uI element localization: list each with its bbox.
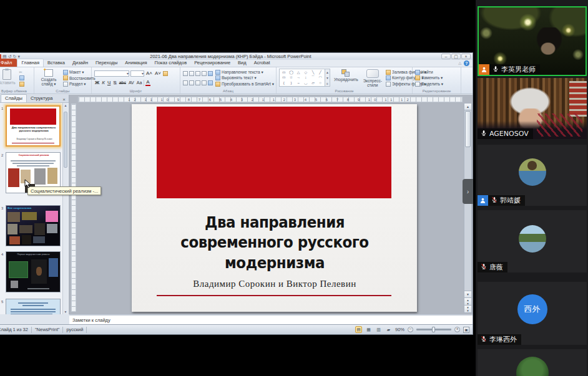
tab-file[interactable]: Файл (0, 59, 17, 67)
reading-view-button[interactable]: ▥ (375, 326, 382, 333)
align-right-icon[interactable] (195, 80, 200, 85)
zoom-out-button[interactable]: − (408, 327, 413, 332)
align-center-icon[interactable] (189, 80, 194, 85)
slide-canvas[interactable]: Два направления современного русского мо… (132, 104, 417, 312)
slide-number: 4 (1, 253, 3, 256)
underline-button[interactable]: Ч (107, 80, 111, 86)
font-size-combo[interactable] (130, 70, 144, 77)
grow-font-button[interactable]: A˄ (145, 70, 153, 77)
horizontal-ruler[interactable]: 12 11 10 9 8 7 6 5 4 3 2 1 1 2 3 4 5 6 7… (78, 97, 463, 102)
thumbnail-slide-4[interactable]: Первые модернистские романы (6, 251, 61, 292)
shrink-font-button[interactable]: A˅ (154, 70, 162, 77)
increase-indent-icon[interactable] (202, 71, 207, 76)
zoom-slider[interactable] (416, 329, 451, 330)
change-case-button[interactable]: Aa (136, 80, 143, 86)
thumbnail-slide-1[interactable]: Два направления современного русского мо… (6, 105, 61, 147)
arrange-button[interactable]: Упорядочить (333, 69, 360, 88)
slide-red-banner[interactable] (157, 107, 391, 198)
next-slide-button[interactable]: ▼▼ (464, 305, 471, 312)
select-button[interactable]: Выделить ▾ (415, 82, 443, 87)
section-button[interactable]: Раздел ▾ (63, 82, 96, 87)
close-button[interactable]: × (461, 54, 471, 59)
slide-title[interactable]: Два направления современного русского мо… (153, 212, 396, 274)
notes-pane[interactable]: Заметки к слайду (69, 314, 473, 324)
bullets-icon[interactable] (183, 71, 188, 76)
align-text-icon (215, 75, 220, 80)
zoom-in-button[interactable]: + (454, 327, 460, 332)
tab-review[interactable]: Рецензирование (190, 59, 234, 67)
language-indicator[interactable]: русский (66, 327, 83, 332)
format-painter-button[interactable] (19, 82, 24, 87)
bold-button[interactable]: Ж (94, 80, 100, 86)
close-panel-icon[interactable]: × (59, 97, 69, 102)
theme-name[interactable]: "NewsPrint" (35, 327, 60, 332)
thumbnails-scrollbar[interactable]: ▲ ▼ (62, 103, 68, 314)
normal-view-button[interactable]: ▤ (355, 326, 362, 333)
tab-animations[interactable]: Анимация (121, 59, 150, 67)
find-button[interactable]: Найти (415, 70, 443, 75)
thumbnail-slide-5[interactable] (6, 299, 61, 314)
thumbnail-slide-3[interactable]: Вне соцреализма (6, 205, 61, 246)
participant-tile-5[interactable]: 西外 李琳西外 (478, 282, 587, 345)
tab-view[interactable]: Вид (234, 59, 250, 67)
scroll-down-icon[interactable]: ▼ (464, 291, 471, 297)
shapes-gallery-scroll[interactable]: ▲▼≡ (325, 69, 330, 87)
slide-sorter-view-button[interactable]: ▦ (365, 326, 372, 333)
quick-styles-button[interactable]: Экспресс-стили (362, 69, 383, 88)
decrease-indent-icon[interactable] (195, 71, 200, 76)
replace-button[interactable]: Заменить ▾ (415, 75, 443, 80)
align-text-button[interactable]: Выровнять текст ▾ (215, 75, 274, 80)
tab-slides-thumbnails[interactable]: Слайды (1, 94, 27, 102)
numbering-icon[interactable] (189, 71, 194, 76)
tab-outline[interactable]: Структура (27, 95, 57, 102)
tab-acrobat[interactable]: Acrobat (250, 59, 274, 67)
scroll-up-icon[interactable]: ▲ (464, 104, 471, 110)
video-panel-expand-button[interactable]: › (463, 179, 473, 204)
reset-button[interactable]: Восстановить (63, 75, 96, 80)
restore-button[interactable]: ▢ (451, 54, 461, 59)
participant-tile-1[interactable]: 李英男老师 (478, 6, 587, 76)
line-spacing-icon[interactable] (208, 71, 213, 76)
scrollbar-thumb[interactable] (465, 111, 471, 147)
fit-to-window-button[interactable]: ▣ (463, 327, 469, 333)
vertical-ruler[interactable] (71, 104, 76, 312)
tab-design[interactable]: Дизайн (69, 59, 92, 67)
cut-button[interactable]: ✂ (19, 70, 24, 75)
align-left-icon[interactable] (183, 80, 188, 85)
ribbon-tab-row: Файл Главная Вставка Дизайн Переходы Ани… (0, 60, 473, 67)
thumb2-image (47, 168, 57, 184)
tab-insert[interactable]: Вставка (44, 59, 69, 67)
layout-button[interactable]: Макет ▾ (63, 70, 96, 75)
previous-slide-button[interactable]: ▲▲ (464, 297, 471, 305)
smartart-button[interactable]: Преобразовать в SmartArt ▾ (215, 82, 274, 87)
strikethrough-button[interactable]: abc (119, 80, 127, 86)
minimize-button[interactable]: – (441, 54, 451, 59)
main-scrollbar[interactable]: ▲ ▼ ▲▲ ▼▼ (464, 103, 472, 313)
minimize-ribbon-icon[interactable]: △ (458, 60, 461, 66)
participant-tile-4[interactable]: 唐薇 (478, 210, 587, 272)
font-color-button[interactable]: A (145, 80, 150, 86)
tab-transitions[interactable]: Переходы (92, 59, 121, 67)
font-name-combo[interactable] (94, 70, 129, 77)
zoom-slider-thumb[interactable] (432, 327, 435, 332)
justify-icon[interactable] (202, 80, 207, 85)
columns-icon[interactable] (208, 80, 213, 85)
new-slide-button[interactable]: Создать слайд ▾ (37, 69, 61, 88)
tab-slideshow[interactable]: Показ слайдов (151, 59, 191, 67)
slideshow-view-button[interactable]: ▰ (385, 326, 392, 333)
participant-tile-2[interactable]: AGENOSOV (478, 78, 587, 139)
shapes-gallery[interactable]: ▭◯△◇╲╱ ▭☆→↓⌒◠ {}~◡▱○ (279, 69, 325, 87)
tab-home[interactable]: Главная (17, 59, 44, 67)
text-direction-button[interactable]: Направление текста ▾ (215, 70, 274, 75)
clear-formatting-icon[interactable] (163, 71, 168, 76)
participant-tile-3[interactable]: 郭靖媛 (478, 145, 587, 206)
character-spacing-button[interactable]: AV (128, 80, 135, 86)
paste-button[interactable]: Вставить (0, 69, 17, 88)
copy-button[interactable] (19, 75, 24, 80)
slide-subtitle[interactable]: Владимир Сорокин и Виктор Пелевин (153, 279, 396, 289)
help-icon[interactable]: ? (464, 60, 469, 66)
participant-tile-6[interactable] (478, 349, 587, 376)
text-shadow-button[interactable]: S (112, 80, 117, 86)
italic-button[interactable]: К (101, 80, 105, 86)
zoom-level[interactable]: 90% (395, 327, 404, 332)
